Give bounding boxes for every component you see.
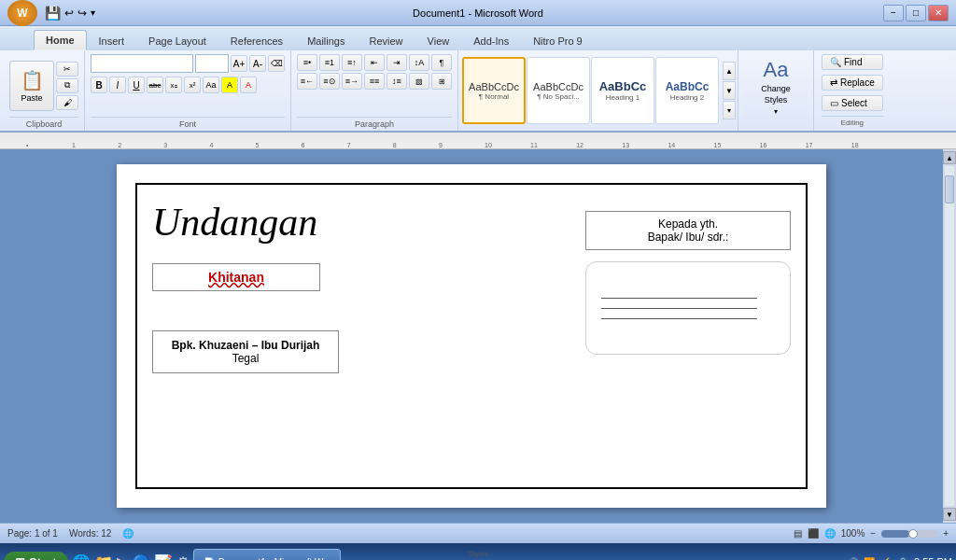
style-heading2[interactable]: AaBbCc Heading 2 xyxy=(655,57,719,124)
ie-icon[interactable]: 🌐 xyxy=(72,553,91,561)
increase-indent-button[interactable]: ⇥ xyxy=(387,54,407,71)
cut-icon: ✂ xyxy=(63,64,71,74)
tab-add-ins[interactable]: Add-Ins xyxy=(461,31,521,50)
strikethrough-button[interactable]: abc xyxy=(147,77,163,93)
word-count: Words: 12 xyxy=(69,528,111,539)
font-label: Font xyxy=(91,117,285,129)
style-normal[interactable]: AaBbCcDc ¶ Normal xyxy=(462,57,526,124)
bullet-list-button[interactable]: ≡• xyxy=(297,54,317,71)
change-case-button[interactable]: Aa xyxy=(203,77,219,93)
address-box xyxy=(585,261,791,355)
scroll-thumb[interactable] xyxy=(945,175,954,203)
bold-button[interactable]: B xyxy=(91,77,107,93)
zoom-in-button[interactable]: + xyxy=(943,528,949,539)
paste-button[interactable]: 📋 Paste xyxy=(9,61,54,111)
page-inner: Undangan Khitanan Bpk. Khuzaeni – Ibu Du… xyxy=(135,183,808,489)
find-label: Find xyxy=(844,57,862,67)
tab-review[interactable]: Review xyxy=(357,31,415,50)
styles-scroll-up[interactable]: ▲ xyxy=(723,62,736,80)
tab-nitro[interactable]: Nitro Pro 9 xyxy=(521,31,595,50)
justify-button[interactable]: ≡≡ xyxy=(364,73,385,90)
multilevel-list-button[interactable]: ≡↑ xyxy=(342,54,362,71)
decrease-font-button[interactable]: A- xyxy=(249,55,266,72)
folder-icon[interactable]: 📁 xyxy=(94,553,113,561)
font-format-row: B I U abc x₂ x² Aa A A xyxy=(91,77,285,93)
italic-button[interactable]: I xyxy=(109,77,126,93)
sort-button[interactable]: ↕A xyxy=(409,54,429,71)
quick-undo[interactable]: ↩ xyxy=(64,7,74,20)
zoom-slider[interactable] xyxy=(881,530,937,538)
tab-references[interactable]: References xyxy=(218,31,295,50)
media-icon[interactable]: ▶ xyxy=(117,553,128,561)
superscript-button[interactable]: x² xyxy=(184,77,201,93)
scroll-down-button[interactable]: ▼ xyxy=(943,508,956,521)
styles-more[interactable]: ▾ xyxy=(723,101,736,119)
shading-button[interactable]: ▧ xyxy=(409,73,429,90)
tab-insert[interactable]: Insert xyxy=(87,31,137,50)
align-left-button[interactable]: ≡← xyxy=(297,73,317,90)
increase-font-button[interactable]: A+ xyxy=(231,55,247,72)
view-web[interactable]: 🌐 xyxy=(824,528,836,539)
quick-save[interactable]: 💾 xyxy=(45,6,61,21)
font-color-button[interactable]: A xyxy=(240,77,257,93)
align-right-button[interactable]: ≡→ xyxy=(342,73,362,90)
change-styles-button[interactable]: Aa ChangeStyles ▾ xyxy=(744,54,808,119)
font-size-input[interactable]: 11 xyxy=(195,54,229,73)
align-center-button[interactable]: ≡⊙ xyxy=(319,73,340,90)
show-formatting-button[interactable]: ¶ xyxy=(431,54,452,71)
style-no-spacing[interactable]: AaBbCcDc ¶ No Spaci... xyxy=(527,57,590,124)
tray-icon-1: 🔊 xyxy=(847,557,858,561)
active-window-label: Document1 - Microsoft W... xyxy=(218,557,331,561)
active-window-button[interactable]: 📄 Document1 - Microsoft W... xyxy=(193,549,342,560)
style-h1-sample: AaBbCc xyxy=(599,79,647,93)
font-name-input[interactable]: Calibri (Body) xyxy=(91,54,193,73)
taskbar-quick-launch: 🌐 📁 ▶ 🔵 📝 ⚙ xyxy=(72,553,190,561)
underline-button[interactable]: U xyxy=(128,77,145,93)
copy-button[interactable]: ⧉ xyxy=(56,78,78,93)
format-painter-button[interactable]: 🖌 xyxy=(56,95,78,110)
borders-button[interactable]: ⊞ xyxy=(431,73,452,90)
maximize-button[interactable]: □ xyxy=(906,5,926,21)
font-group: Calibri (Body) 11 A+ A- ⌫ B I U abc x₂ x… xyxy=(85,50,291,131)
word-taskbar-icon[interactable]: 📝 xyxy=(154,553,173,561)
tab-page-layout[interactable]: Page Layout xyxy=(136,31,218,50)
office-button[interactable]: W xyxy=(7,0,37,26)
view-print-layout[interactable]: ▤ xyxy=(794,528,802,539)
start-button[interactable]: ⊞ Start xyxy=(4,552,68,561)
bapak-text: Bapak/ Ibu/ sdr.: xyxy=(605,231,771,244)
find-button[interactable]: 🔍 Find xyxy=(822,54,883,70)
view-full-screen[interactable]: ⬛ xyxy=(808,528,819,539)
style-heading1[interactable]: AaBbCc Heading 1 xyxy=(591,57,654,124)
start-label: Start xyxy=(29,555,57,561)
cut-button[interactable]: ✂ xyxy=(56,62,78,77)
styles-scroll-down[interactable]: ▼ xyxy=(723,81,736,100)
clipboard-content: 📋 Paste ✂ ⧉ 🖌 xyxy=(9,54,78,117)
tab-mailings[interactable]: Mailings xyxy=(295,31,357,50)
names-box: Bpk. Khuzaeni – Ibu Durijah Tegal xyxy=(152,330,339,373)
highlight-button[interactable]: A xyxy=(221,77,238,93)
numbered-list-button[interactable]: ≡1 xyxy=(319,54,340,71)
document-right: Kepada yth. Bapak/ Ibu/ sdr.: xyxy=(440,200,791,472)
vertical-scrollbar[interactable]: ▲ ▼ xyxy=(943,149,956,523)
paragraph-controls: ≡• ≡1 ≡↑ ⇤ ⇥ ↕A ¶ ≡← ≡⊙ ≡→ ≡≡ ↕≡ ▧ ⊞ xyxy=(297,54,452,117)
select-icon: ▭ xyxy=(830,98,838,108)
clear-format-button[interactable]: ⌫ xyxy=(268,55,285,72)
line-spacing-button[interactable]: ↕≡ xyxy=(387,73,407,90)
replace-button[interactable]: ⇄ Replace xyxy=(822,75,883,91)
minimize-button[interactable]: − xyxy=(883,5,904,21)
quick-dropdown[interactable]: ▾ xyxy=(91,7,95,18)
zoom-out-button[interactable]: − xyxy=(870,528,876,539)
zoom-thumb[interactable] xyxy=(908,529,918,539)
browser-icon[interactable]: 🔵 xyxy=(132,553,150,561)
tab-home[interactable]: Home xyxy=(34,30,87,50)
subscript-button[interactable]: x₂ xyxy=(165,77,182,93)
quick-redo[interactable]: ↪ xyxy=(77,7,87,20)
window-title: Document1 - Microsoft Word xyxy=(413,7,543,19)
settings-icon[interactable]: ⚙ xyxy=(176,553,190,561)
document-area[interactable]: Undangan Khitanan Bpk. Khuzaeni – Ibu Du… xyxy=(0,149,943,523)
tab-view[interactable]: View xyxy=(415,31,462,50)
scroll-up-button[interactable]: ▲ xyxy=(943,151,956,164)
close-button[interactable]: ✕ xyxy=(928,5,949,21)
decrease-indent-button[interactable]: ⇤ xyxy=(364,54,385,71)
select-button[interactable]: ▭ Select xyxy=(822,95,883,111)
